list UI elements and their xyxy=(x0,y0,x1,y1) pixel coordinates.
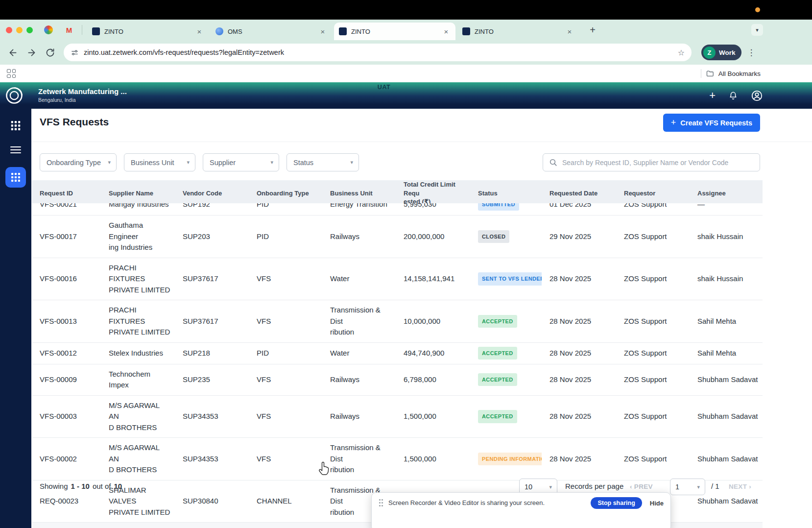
macos-menu-bar xyxy=(0,0,812,20)
bookmark-star-icon[interactable]: ☆ xyxy=(678,48,685,57)
hide-share-bar-button[interactable]: Hide xyxy=(650,500,664,507)
drag-handle-icon[interactable] xyxy=(379,499,383,508)
status-badge: SUBMITTED xyxy=(478,203,519,211)
browser-logo-icon[interactable] xyxy=(44,25,53,35)
chevron-down-icon: ▾ xyxy=(108,159,111,166)
column-header: Requested Date xyxy=(542,189,616,198)
window-zoom-button[interactable] xyxy=(26,27,33,33)
sidebar-apps-grid-icon[interactable] xyxy=(11,121,21,132)
table-row[interactable]: VFS-00017 Gauthama Engineer ing Industri… xyxy=(32,216,763,258)
search-icon xyxy=(549,158,558,167)
cell-status: ACCEPTED xyxy=(470,396,542,438)
site-settings-icon[interactable] xyxy=(71,48,79,57)
search-box[interactable] xyxy=(543,153,760,171)
back-button[interactable] xyxy=(7,47,19,58)
sidebar-hamburger-icon[interactable] xyxy=(10,146,21,155)
window-close-button[interactable] xyxy=(6,27,12,33)
cell-onboarding-type: VFS xyxy=(249,407,322,427)
cell-supplier-name: PRACHI FIXTURES PRIVATE LIMITED xyxy=(101,300,175,342)
separator xyxy=(701,69,701,78)
table-row[interactable]: VFS-00012 Stelex Industries SUP218 PID W… xyxy=(32,343,763,364)
zetwerk-logo-icon[interactable] xyxy=(5,86,24,106)
browser-menu-icon[interactable]: ⋮ xyxy=(747,48,756,58)
app-header: UAT Zetwerk Manufacturing ... Bengaluru,… xyxy=(0,82,812,109)
notifications-bell-icon[interactable] xyxy=(728,91,738,100)
column-header: Requestor xyxy=(616,189,690,198)
sidebar-active-module-tile[interactable] xyxy=(5,167,26,188)
table-row[interactable]: VFS-00009 Technochem Impex SUP235 VFS Ra… xyxy=(32,364,763,396)
tab-close-icon[interactable]: × xyxy=(442,27,451,36)
new-tab-button[interactable]: + xyxy=(586,23,599,37)
cell-vendor-code: SUP235 xyxy=(175,370,249,390)
reload-button[interactable] xyxy=(44,47,56,58)
forward-button[interactable] xyxy=(25,47,37,58)
profile-avatar: Z xyxy=(703,47,716,59)
cell-status: SENT TO VFS LENDERS xyxy=(470,258,542,300)
cell-business-unit: Water xyxy=(322,269,396,289)
tab-search-chevron-icon[interactable]: ▾ xyxy=(751,24,763,36)
tab-title: OMS xyxy=(228,28,318,35)
onboarding-type-dropdown[interactable]: Onboarding Type ▾ xyxy=(40,153,117,171)
chevron-left-icon: ‹ xyxy=(630,483,632,490)
status-dropdown[interactable]: Status ▾ xyxy=(287,153,359,171)
tab-zinto-3[interactable]: ZINTO × xyxy=(457,23,579,40)
stop-sharing-button[interactable]: Stop sharing xyxy=(591,497,642,509)
cell-status: CLOSED xyxy=(470,216,542,258)
page-size-value: 10 xyxy=(525,483,532,491)
account-circle-icon[interactable] xyxy=(751,90,763,102)
cell-requested-date: 28 Nov 2025 xyxy=(542,407,616,427)
tab-close-icon[interactable]: × xyxy=(565,27,574,36)
cell-credit-limit: 6,798,000 xyxy=(396,370,470,390)
next-label: NEXT xyxy=(729,483,747,490)
url-text[interactable]: zinto.uat.zetwerk.com/vfs-request/reques… xyxy=(84,48,678,56)
dropdown-label: Status xyxy=(293,159,313,167)
cell-request-id: VFS-00016 xyxy=(32,269,101,289)
vfs-requests-table: Request IDSupplier NameVendor CodeOnboar… xyxy=(32,180,763,528)
business-unit-dropdown[interactable]: Business Unit ▾ xyxy=(124,153,195,171)
gmail-icon[interactable]: M xyxy=(64,25,74,35)
left-sidebar xyxy=(0,109,31,528)
org-name[interactable]: Zetwerk Manufacturing ... xyxy=(38,87,127,96)
tab-oms[interactable]: OMS × xyxy=(211,23,332,40)
column-header: Request ID xyxy=(32,189,101,198)
table-row[interactable]: VFS-00002 M/S AGARWAL AN D BROTHERS SUP3… xyxy=(32,438,763,480)
cell-business-unit: Railways xyxy=(322,227,396,247)
tab-zinto-1[interactable]: ZINTO × xyxy=(87,23,209,40)
cell-requested-date: 28 Nov 2025 xyxy=(542,312,616,332)
browser-profile-chip[interactable]: Z Work xyxy=(701,45,741,60)
browser-tab-strip: M ZINTO × OMS × ZINTO × ZINTO × + ▾ xyxy=(0,20,812,40)
address-bar[interactable]: zinto.uat.zetwerk.com/vfs-request/reques… xyxy=(64,44,692,61)
page-number-select[interactable]: 1 ▾ xyxy=(670,479,705,495)
table-row[interactable]: VFS-00016 PRACHI FIXTURES PRIVATE LIMITE… xyxy=(32,258,763,301)
plus-icon: + xyxy=(671,118,676,128)
cell-requested-date: 29 Nov 2025 xyxy=(542,227,616,247)
table-row[interactable]: VFS-00021 Mangay Industries SUP192 PID E… xyxy=(32,203,763,215)
next-page-button[interactable]: NEXT › xyxy=(729,483,751,490)
table-row[interactable]: VFS-00003 M/S AGARWAL AN D BROTHERS SUP3… xyxy=(32,396,763,438)
tab-close-icon[interactable]: × xyxy=(318,27,327,36)
prev-label: PREV xyxy=(634,483,653,490)
cell-requestor: ZOS Support xyxy=(616,203,690,214)
prev-page-button[interactable]: ‹ PREV xyxy=(630,483,653,490)
table-row[interactable]: VFS-00013 PRACHI FIXTURES PRIVATE LIMITE… xyxy=(32,300,763,343)
tab-close-icon[interactable]: × xyxy=(195,27,204,36)
supplier-dropdown[interactable]: Supplier ▾ xyxy=(203,153,279,171)
all-bookmarks-button[interactable]: All Bookmarks xyxy=(701,69,761,78)
profile-name: Work xyxy=(719,49,736,56)
cell-onboarding-type: VFS xyxy=(249,449,322,469)
window-minimize-button[interactable] xyxy=(16,27,23,33)
create-vfs-requests-button[interactable]: + Create VFS Requests xyxy=(663,114,760,132)
dropdown-label: Supplier xyxy=(210,159,236,167)
cell-status: ACCEPTED xyxy=(470,300,542,342)
cell-status: SUBMITTED xyxy=(470,203,542,215)
cell-vendor-code: SUP37617 xyxy=(175,269,249,289)
apps-grid-icon[interactable] xyxy=(7,69,16,78)
status-badge: CLOSED xyxy=(478,230,509,243)
header-add-icon[interactable]: + xyxy=(709,90,716,101)
page-title: VFS Requests xyxy=(40,116,109,128)
search-input[interactable] xyxy=(562,159,754,167)
tab-separator xyxy=(82,25,82,35)
cell-supplier-name: M/S AGARWAL AN D BROTHERS xyxy=(101,438,175,480)
cell-request-id: REQ-00023 xyxy=(32,491,101,511)
tab-zinto-2-active[interactable]: ZINTO × xyxy=(334,23,455,40)
